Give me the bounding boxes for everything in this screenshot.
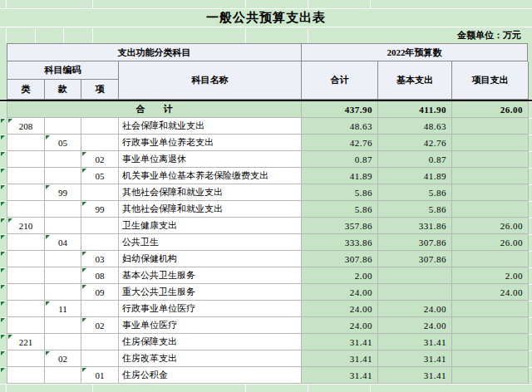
cell-subject-name[interactable]: 行政事业单位医疗 <box>119 301 302 317</box>
cell-project-expense[interactable]: 26.00 <box>452 234 529 251</box>
cell-total[interactable]: 333.86 <box>302 234 378 251</box>
cell-item-code[interactable] <box>81 334 119 350</box>
cell-section-code[interactable] <box>45 118 81 135</box>
cell-class-code[interactable] <box>7 267 45 284</box>
cell-item-code[interactable]: 02 <box>81 317 119 334</box>
header-item-col[interactable]: 项 <box>81 80 119 100</box>
cell-project-expense[interactable]: 24.00 <box>452 284 529 301</box>
cell-class-code[interactable] <box>7 301 45 317</box>
cell-basic-expense[interactable]: 307.86 <box>378 251 452 267</box>
cell-section-code[interactable] <box>45 151 81 168</box>
header-subject-code[interactable]: 科目编码 <box>7 61 119 80</box>
cell-section-code[interactable]: 11 <box>45 301 81 317</box>
cell-total[interactable]: 48.63 <box>302 118 378 135</box>
cell-subject-name[interactable]: 卫生健康支出 <box>119 218 302 234</box>
cell-total[interactable]: 357.86 <box>302 218 378 234</box>
cell-class-code[interactable] <box>7 284 45 301</box>
cell-basic-expense[interactable]: 48.63 <box>378 118 452 135</box>
cell-project-expense[interactable] <box>452 367 529 384</box>
cell-class-code[interactable] <box>7 251 45 267</box>
cell-item-code[interactable]: 03 <box>81 251 119 267</box>
cell-project-expense[interactable] <box>452 151 529 168</box>
cell-total[interactable]: 307.86 <box>302 251 378 267</box>
cell-class-code[interactable]: 221 <box>7 334 45 350</box>
cell-project-expense[interactable] <box>452 301 529 317</box>
cell-item-code[interactable] <box>81 135 119 151</box>
cell-section-code[interactable] <box>45 168 81 184</box>
cell-total[interactable]: 5.86 <box>302 184 378 201</box>
cell-basic-expense[interactable]: 42.76 <box>378 135 452 151</box>
cell-subject-name[interactable]: 公共卫生 <box>119 234 302 251</box>
cell-basic-expense[interactable]: 5.86 <box>378 201 452 218</box>
cell-subject-name[interactable]: 其他社会保障和就业支出 <box>119 201 302 218</box>
cell-class-code[interactable] <box>7 234 45 251</box>
total-row-project[interactable]: 26.00 <box>452 101 529 118</box>
cell-item-code[interactable]: 08 <box>81 267 119 284</box>
cell-project-expense[interactable] <box>452 334 529 350</box>
cell-class-code[interactable] <box>7 135 45 151</box>
cell-basic-expense[interactable]: 24.00 <box>378 301 452 317</box>
cell-item-code[interactable] <box>81 184 119 201</box>
cell-total[interactable]: 24.00 <box>302 317 378 334</box>
cell-project-expense[interactable] <box>452 118 529 135</box>
cell-project-expense[interactable] <box>452 184 529 201</box>
cell-total[interactable]: 2.00 <box>302 267 378 284</box>
cell-basic-expense[interactable]: 5.86 <box>378 184 452 201</box>
cell-class-code[interactable] <box>7 350 45 367</box>
cell-item-code[interactable] <box>81 118 119 135</box>
cell-project-expense[interactable] <box>452 350 529 367</box>
cell-basic-expense[interactable]: 331.86 <box>378 218 452 234</box>
cell-item-code[interactable]: 99 <box>81 201 119 218</box>
cell-subject-name[interactable]: 住房改革支出 <box>119 350 302 367</box>
cell-class-code[interactable]: 210 <box>7 218 45 234</box>
cell-project-expense[interactable]: 2.00 <box>452 267 529 284</box>
cell-item-code[interactable] <box>81 350 119 367</box>
cell-item-code[interactable] <box>81 234 119 251</box>
cell-basic-expense[interactable]: 31.41 <box>378 334 452 350</box>
cell-total[interactable]: 31.41 <box>302 334 378 350</box>
cell-item-code[interactable]: 01 <box>81 367 119 384</box>
cell-section-code[interactable] <box>45 317 81 334</box>
cell-section-code[interactable] <box>45 334 81 350</box>
cell-section-code[interactable] <box>45 267 81 284</box>
cell-class-code[interactable] <box>7 151 45 168</box>
header-subject-name[interactable]: 科目名称 <box>119 61 302 100</box>
cell-basic-expense[interactable]: 24.00 <box>378 317 452 334</box>
cell-section-code[interactable]: 99 <box>45 184 81 201</box>
cell-class-code[interactable] <box>7 168 45 184</box>
header-budget-2022[interactable]: 2022年预算数 <box>302 44 528 61</box>
cell-section-code[interactable] <box>45 218 81 234</box>
cell-project-expense[interactable]: 26.00 <box>452 218 529 234</box>
cell-section-code[interactable]: 02 <box>45 350 81 367</box>
cell-item-code[interactable] <box>81 218 119 234</box>
cell-section-code[interactable] <box>45 284 81 301</box>
cell-project-expense[interactable] <box>452 201 529 218</box>
cell-total[interactable]: 42.76 <box>302 135 378 151</box>
cell-subject-name[interactable]: 妇幼保健机构 <box>119 251 302 267</box>
cell-total[interactable]: 31.41 <box>302 367 378 384</box>
cell-total[interactable]: 5.86 <box>302 201 378 218</box>
cell-class-code[interactable]: 208 <box>7 118 45 135</box>
cell-project-expense[interactable] <box>452 135 529 151</box>
cell-basic-expense[interactable]: 0.87 <box>378 151 452 168</box>
cell-subject-name[interactable]: 事业单位医疗 <box>119 317 302 334</box>
header-total-col[interactable]: 合计 <box>302 61 378 100</box>
header-section-col[interactable]: 款 <box>45 80 81 100</box>
cell-basic-expense[interactable]: 31.41 <box>378 350 452 367</box>
cell-total[interactable]: 31.41 <box>302 350 378 367</box>
cell-basic-expense[interactable]: 307.86 <box>378 234 452 251</box>
cell-basic-expense[interactable] <box>378 267 452 284</box>
total-row-total[interactable]: 437.90 <box>302 101 378 118</box>
header-function-category[interactable]: 支出功能分类科目 <box>7 44 302 61</box>
total-row-label[interactable]: 合 计 <box>7 101 302 118</box>
cell-subject-name[interactable]: 社会保障和就业支出 <box>119 118 302 135</box>
cell-item-code[interactable]: 02 <box>81 151 119 168</box>
cell-class-code[interactable] <box>7 317 45 334</box>
cell-section-code[interactable] <box>45 201 81 218</box>
header-project-expense-col[interactable]: 项目支出 <box>452 61 529 100</box>
cell-item-code[interactable] <box>81 301 119 317</box>
cell-total[interactable]: 0.87 <box>302 151 378 168</box>
cell-subject-name[interactable]: 重大公共卫生服务 <box>119 284 302 301</box>
cell-subject-name[interactable]: 行政事业单位养老支出 <box>119 135 302 151</box>
cell-class-code[interactable] <box>7 367 45 384</box>
